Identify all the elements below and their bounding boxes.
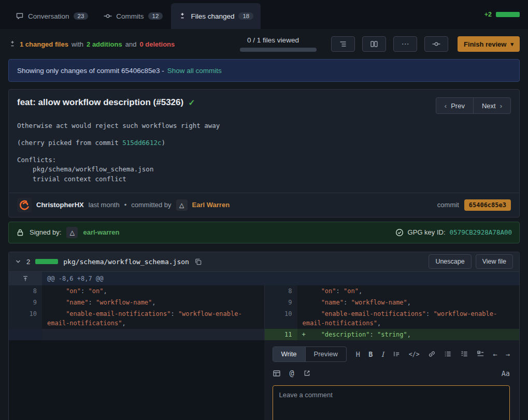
bold-icon[interactable]: B (368, 350, 373, 358)
tab-conversation[interactable]: Conversation 23 (8, 3, 95, 29)
deletions-count: 0 deletions (139, 40, 175, 48)
hunk-header: @@ -8,6 +8,7 @@ (42, 272, 519, 285)
dot-separator: • (124, 201, 127, 209)
new-code-line: "name": "workflow-name", (297, 297, 520, 308)
unescape-button[interactable]: Unescape (429, 254, 471, 269)
code-token: "name" (47, 299, 88, 306)
inline-comment-row: Write Preview H B I </> (9, 340, 519, 420)
chevron-down-icon[interactable] (15, 258, 21, 265)
preview-tab[interactable]: Preview (305, 347, 346, 361)
finish-review-button[interactable]: Finish review ▾ (458, 36, 520, 52)
commit-sha-badge[interactable]: 65406c85e3 (464, 199, 511, 211)
commits-dropdown-button[interactable] (424, 36, 448, 52)
old-line-number[interactable]: 8 (9, 285, 42, 297)
new-line-number[interactable]: 11 (264, 329, 297, 340)
prev-commit-button[interactable]: ‹ Prev (436, 97, 474, 114)
code-token: "on" (344, 287, 359, 295)
diff-summary-bar: 1 changed files with 2 additions and 0 d… (0, 29, 528, 58)
old-code-line: "enable-email-notifications": "workflow-… (42, 308, 264, 329)
mention-icon[interactable]: @ (290, 369, 294, 378)
code-token: : (336, 287, 344, 295)
signed-banner: Signed by: △ earl-warren GPG key ID: 057… (8, 222, 520, 243)
new-line-number[interactable]: 10 (264, 308, 297, 329)
code-token: : (170, 310, 178, 317)
new-line-number[interactable]: 9 (264, 297, 297, 308)
unordered-list-icon[interactable] (444, 350, 452, 358)
show-all-commits-link[interactable]: Show all commits (167, 67, 222, 75)
old-line-number[interactable]: 9 (9, 297, 42, 308)
commit-filter-banner: Showing only changes of commit 65406c85e… (8, 59, 520, 82)
banner-text: Showing only changes of commit 65406c85e… (17, 67, 164, 75)
diff-row: 8 "on": "on",8 "on": "on", (9, 285, 519, 297)
old-code-line: "name": "workflow-name", (42, 297, 264, 308)
commit-sha-group: commit 65406c85e3 (437, 199, 511, 211)
cherry-pick-text: (cherry picked from commit (17, 139, 122, 147)
signer-avatar[interactable]: △ (66, 227, 78, 238)
code-token: "string" (377, 331, 407, 338)
italic-icon[interactable]: I (381, 350, 384, 358)
file-lines-changed: 2 (26, 258, 30, 266)
file-actions: Unescape View file (429, 254, 513, 269)
ci-success-icon[interactable]: ✓ (188, 98, 195, 108)
author-name[interactable]: ChristopherHX (36, 201, 84, 209)
redo-icon[interactable]: → (506, 350, 510, 358)
caret-down-icon: ▾ (510, 41, 513, 48)
pr-tab-bar: Conversation 23 Commits 12 Files changed… (0, 0, 528, 29)
file-tree-toggle-button[interactable] (331, 36, 355, 52)
ordered-list-icon[interactable] (461, 350, 468, 358)
code-token: : (370, 331, 377, 338)
committer-name[interactable]: Earl Warren (192, 201, 230, 209)
copy-icon[interactable] (194, 258, 202, 266)
diff-left-empty (9, 340, 264, 420)
code-token: "on" (88, 287, 103, 295)
link-icon[interactable] (428, 350, 436, 358)
reference-icon[interactable] (303, 369, 311, 377)
commit-time: last month (89, 201, 120, 209)
additions-count: 2 additions (87, 40, 122, 48)
quote-icon[interactable] (393, 350, 401, 358)
undo-icon[interactable]: ← (493, 350, 497, 358)
write-tab[interactable]: Write (273, 347, 305, 361)
verified-icon (395, 228, 404, 237)
code-icon[interactable]: </> (409, 351, 420, 358)
text-size-icon[interactable]: Aa (502, 369, 510, 378)
heading-icon[interactable]: H (356, 350, 360, 358)
old-code-line: "on": "on", (42, 285, 264, 297)
files-viewed-label: 0 / 1 files viewed (240, 36, 299, 44)
split-view-button[interactable] (362, 36, 386, 52)
file-diff-panel: 2 pkg/schema/workflow_schema.json Unesca… (8, 252, 520, 420)
chevron-right-icon: › (500, 102, 502, 110)
commit-message-line: Otherwise act would reject such workflow… (17, 121, 511, 131)
old-line-number[interactable]: 10 (9, 308, 42, 329)
code-token: "name" (303, 299, 344, 306)
new-code-line: + "description": "string", (297, 329, 520, 340)
task-list-icon[interactable] (477, 350, 484, 358)
editor-toolbar: Write Preview H B I </> (273, 346, 510, 362)
code-token: , (103, 287, 107, 295)
new-line-number[interactable]: 8 (264, 285, 297, 297)
table-icon[interactable] (273, 369, 281, 378)
expand-hunk-button[interactable] (9, 272, 42, 285)
next-commit-button[interactable]: Next › (473, 97, 511, 114)
code-token: : (81, 287, 88, 295)
diff-options-button[interactable]: ⋯ (393, 36, 417, 52)
code-token: "description" (303, 331, 370, 338)
diff-rows: 8 "on": "on",8 "on": "on",9 "name": "wor… (9, 285, 519, 340)
next-label: Next (482, 102, 496, 110)
author-avatar[interactable] (17, 198, 32, 212)
tab-files-changed[interactable]: Files changed 18 (171, 3, 261, 29)
pr-files-page: Conversation 23 Commits 12 Files changed… (0, 0, 528, 420)
committed-by-label: committed by (131, 201, 171, 209)
triangle-logo-icon: △ (70, 229, 75, 236)
changed-files-link[interactable]: 1 changed files (20, 40, 68, 48)
file-name[interactable]: pkg/schema/workflow_schema.json (63, 258, 189, 266)
tab-commits[interactable]: Commits 12 (96, 3, 170, 29)
signer-name[interactable]: earl-warren (83, 228, 119, 236)
prev-label: Prev (451, 102, 465, 110)
gpg-info: GPG key ID: 0579CB2928A78A00 (395, 228, 512, 237)
comment-textarea[interactable] (273, 385, 510, 420)
committer-avatar[interactable]: △ (176, 199, 188, 211)
diffstat-additions: +2 (484, 11, 492, 18)
cherry-pick-hash-link[interactable]: 515dd6612c (122, 139, 161, 147)
view-file-button[interactable]: View file (476, 254, 513, 269)
